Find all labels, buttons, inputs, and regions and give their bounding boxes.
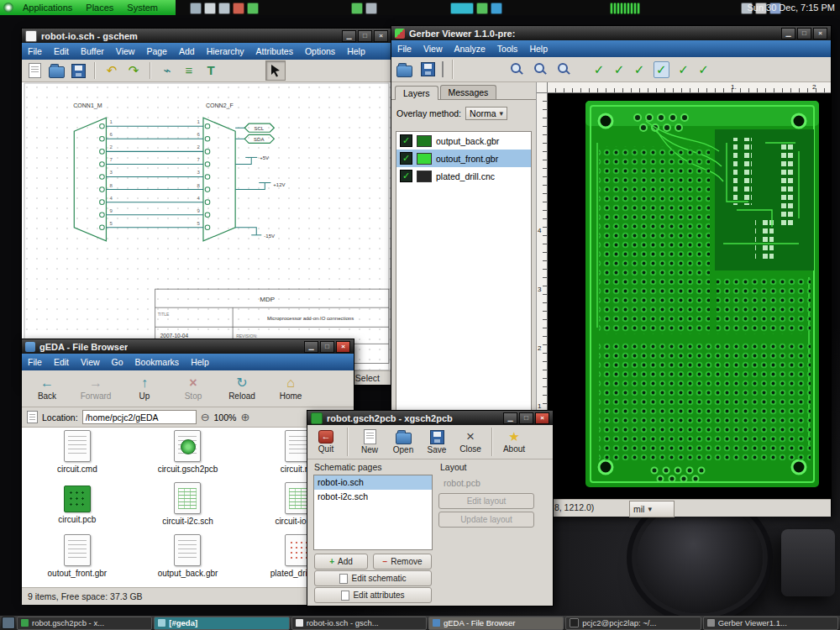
select-mode-button[interactable]: [265, 60, 286, 81]
page-row[interactable]: robot-i2c.sch: [314, 490, 432, 504]
tool-check-icon-1[interactable]: [591, 62, 606, 77]
tool-check-icon-2[interactable]: [612, 62, 627, 77]
open-button[interactable]: Open: [387, 427, 419, 458]
minimize-button[interactable]: [342, 30, 356, 42]
edit-schematic-button[interactable]: Edit schematic: [314, 570, 432, 586]
taskbar-item-gerbv[interactable]: Gerber Viewer1.1...: [703, 617, 838, 630]
layer-color-swatch[interactable]: [417, 171, 432, 182]
tab-layers[interactable]: Layers: [395, 86, 438, 100]
maximize-button[interactable]: [358, 30, 372, 42]
file-item[interactable]: output_back.gbr: [133, 534, 244, 586]
minimize-button[interactable]: [304, 341, 318, 353]
fb-menu-go[interactable]: Go: [106, 355, 129, 369]
add-page-button[interactable]: Add: [314, 554, 368, 570]
add-text-button[interactable]: [202, 61, 220, 80]
fb-menu-view[interactable]: View: [75, 355, 106, 369]
selected-tool-button[interactable]: [654, 61, 669, 78]
open-file-button[interactable]: [47, 61, 66, 80]
save-project-button[interactable]: [418, 60, 437, 79]
remove-page-button[interactable]: Remove: [373, 554, 432, 570]
stop-button[interactable]: Stop: [170, 372, 217, 406]
save-button[interactable]: Save: [421, 427, 453, 458]
reload-button[interactable]: Reload: [218, 372, 265, 406]
distro-logo-icon[interactable]: [3, 3, 13, 13]
gerbv-menu-help[interactable]: Help: [523, 42, 554, 55]
edit-location-icon[interactable]: [27, 411, 38, 423]
tool-check-icon-3[interactable]: [632, 62, 647, 77]
gschem-menu-file[interactable]: File: [22, 45, 48, 58]
gschem-menu-buffer[interactable]: Buffer: [75, 45, 110, 58]
open-layer-button[interactable]: [395, 60, 413, 79]
layer-color-swatch[interactable]: [417, 153, 432, 165]
quit-button[interactable]: Quit: [310, 427, 342, 458]
save-file-button[interactable]: [69, 61, 87, 80]
new-file-button[interactable]: [25, 61, 44, 80]
gschem-menu-add[interactable]: Add: [173, 45, 201, 58]
minimize-button[interactable]: [503, 412, 517, 424]
gerbv-titlebar[interactable]: Gerber Viewer 1.1.0-pre:: [391, 26, 831, 40]
tab-messages[interactable]: Messages: [440, 85, 497, 99]
file-item[interactable]: circuit.cmd: [22, 430, 133, 482]
zoom-out-icon[interactable]: [201, 411, 210, 423]
menu-applications[interactable]: Applications: [17, 3, 78, 13]
new-button[interactable]: New: [354, 427, 386, 458]
file-item[interactable]: circuit-i2c.sch: [133, 482, 244, 534]
minimize-button[interactable]: [781, 28, 795, 39]
redo-button[interactable]: [124, 61, 143, 80]
maximize-button[interactable]: [320, 341, 334, 353]
gschem-titlebar[interactable]: robot-io.sch - gschem: [22, 29, 391, 43]
maximize-button[interactable]: [797, 28, 811, 39]
clock[interactable]: Sun 30 Dec, 7:15 PM: [747, 0, 835, 15]
fb-menu-file[interactable]: File: [22, 355, 48, 369]
close-project-button[interactable]: Close: [454, 427, 486, 458]
tray-ssh-icon[interactable]: [247, 3, 259, 14]
layer-row-selected[interactable]: outout_front.gbr: [396, 150, 531, 167]
xgsch2pcb-titlebar[interactable]: robot.gsch2pcb - xgsch2pcb: [307, 411, 553, 425]
back-button[interactable]: Back: [24, 372, 71, 406]
layer-row[interactable]: output_back.gbr: [396, 132, 531, 150]
gerbv-menu-analyze[interactable]: Analyze: [449, 42, 491, 55]
close-button[interactable]: [535, 412, 549, 424]
show-desktop-icon[interactable]: [2, 617, 15, 629]
add-net-button[interactable]: [158, 61, 176, 80]
close-button[interactable]: [336, 341, 350, 353]
file-item[interactable]: circuit.gsch2pcb: [133, 430, 244, 482]
pcb-render-canvas[interactable]: 1. 2 4 3 2 1: [537, 82, 831, 499]
export-button[interactable]: [442, 62, 444, 77]
gschem-menu-attributes[interactable]: Attributes: [250, 45, 299, 58]
zoom-fit-button[interactable]: [554, 60, 573, 79]
taskbar-item-terminal[interactable]: pcjc2@pcjc2lap: ~/...: [565, 617, 701, 630]
taskbar-item-irc[interactable]: [#geda]: [154, 617, 289, 630]
gerbv-menu-tools[interactable]: Tools: [491, 42, 524, 55]
tool-check-icon-5[interactable]: [676, 62, 691, 77]
tray-network-monitor-icon[interactable]: [610, 3, 640, 14]
schematic-canvas[interactable]: CONN1_M CONN2_F: [22, 82, 391, 370]
gerbv-menu-file[interactable]: File: [391, 42, 417, 55]
gschem-menu-edit[interactable]: Edit: [48, 45, 75, 58]
schematic-wires[interactable]: [106, 126, 270, 235]
menu-places[interactable]: Places: [80, 3, 119, 13]
maximize-button[interactable]: [519, 412, 533, 424]
tray-im-icon[interactable]: [476, 3, 488, 14]
layer-visible-checkbox[interactable]: [400, 170, 412, 182]
gschem-menu-help[interactable]: Help: [341, 45, 371, 58]
edit-layout-button[interactable]: Edit layout: [438, 493, 534, 509]
tray-chat-icon[interactable]: [204, 3, 216, 14]
tray-mail-icon[interactable]: [491, 3, 502, 14]
gschem-menu-hierarchy[interactable]: Hierarchy: [201, 45, 250, 58]
zoom-in-button[interactable]: [507, 60, 526, 79]
layer-visible-checkbox[interactable]: [400, 152, 412, 165]
fb-menu-edit[interactable]: Edit: [48, 355, 75, 369]
update-layout-button[interactable]: Update layout: [438, 512, 534, 528]
zoom-out-button[interactable]: [531, 60, 549, 79]
home-button[interactable]: Home: [267, 372, 314, 406]
location-input[interactable]: [82, 410, 197, 424]
layer-color-swatch[interactable]: [417, 135, 432, 147]
tray-update-icon[interactable]: [233, 3, 244, 14]
tray-workspace-indicator[interactable]: [450, 3, 474, 14]
about-button[interactable]: About: [498, 427, 530, 458]
overlay-method-select[interactable]: Norma: [465, 107, 507, 120]
tray-mount-icon[interactable]: [365, 3, 377, 14]
layer-row[interactable]: plated_drill.cnc: [396, 167, 531, 185]
file-browser-titlebar[interactable]: gEDA - File Browser: [22, 339, 354, 354]
